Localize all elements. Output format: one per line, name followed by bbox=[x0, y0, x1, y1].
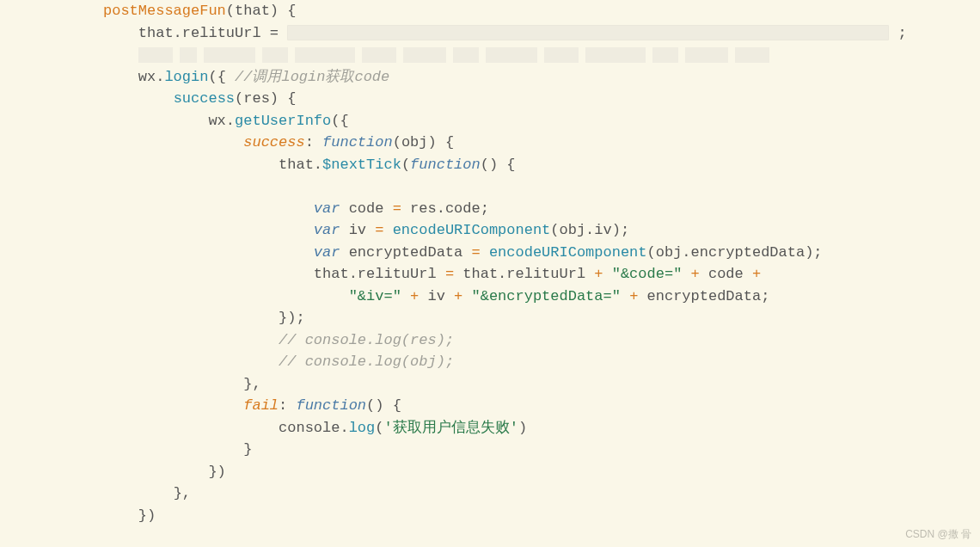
code-block: postMessageFun(that) { that.relituUrl = … bbox=[0, 0, 980, 526]
comment: //调用login获取code bbox=[235, 69, 389, 85]
fn-name: postMessageFun bbox=[103, 3, 226, 19]
comment: // console.log(obj); bbox=[279, 353, 454, 370]
redacted-line bbox=[138, 44, 776, 59]
watermark: CSDN @撒 骨 bbox=[905, 526, 971, 542]
redacted-value bbox=[287, 25, 889, 40]
comment: // console.log(res); bbox=[279, 332, 454, 348]
